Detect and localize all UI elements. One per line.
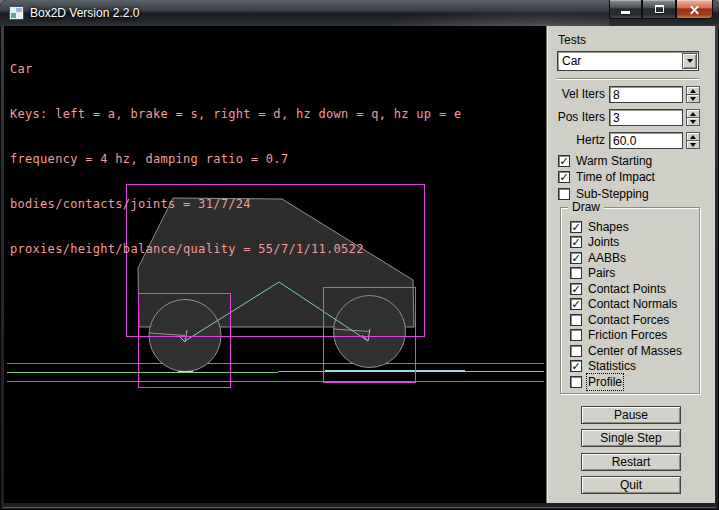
checkbox-box: [570, 376, 582, 388]
pos-iters-row: Pos Iters 3: [549, 109, 709, 126]
checkbox-box: ✓: [558, 155, 570, 167]
debug-text: Car Keys: left = a, brake = s, right = d…: [10, 32, 461, 287]
app-icon: [9, 6, 24, 20]
checkbox-box: [570, 314, 582, 326]
control-panel: Tests Car Vel Iters 8 Pos Iters 3: [546, 26, 715, 503]
vel-iters-row: Vel Iters 8: [549, 86, 709, 103]
pos-iters-input[interactable]: 3: [609, 109, 683, 126]
checkbox-contact-points[interactable]: ✓ Contact Points: [570, 282, 666, 296]
separator: [557, 78, 699, 80]
checkbox-friction-forces[interactable]: Friction Forces: [570, 328, 667, 342]
close-icon: [689, 4, 700, 15]
spinner-down-button[interactable]: [686, 95, 700, 103]
checkbox-box: ✓: [570, 236, 582, 248]
tests-dropdown-value: Car: [558, 54, 682, 68]
checkbox-box: ✓: [570, 360, 582, 372]
pause-button[interactable]: Pause: [581, 406, 681, 424]
checkbox-label: Contact Forces: [588, 313, 669, 327]
tests-label: Tests: [558, 33, 586, 47]
arrow-up-icon: [690, 89, 696, 93]
checkbox-box: ✓: [558, 171, 570, 183]
arrow-up-icon: [690, 135, 696, 139]
checkbox-label: AABBs: [588, 251, 626, 265]
arrow-down-icon: [690, 143, 696, 147]
window-title: Box2D Version 2.2.0: [30, 6, 139, 20]
vel-iters-input[interactable]: 8: [609, 86, 683, 103]
test-title: Car: [10, 62, 461, 77]
hertz-row: Hertz 60.0: [549, 132, 709, 149]
spinner-up-button[interactable]: [686, 86, 700, 95]
checkbox-box: [570, 345, 582, 357]
simulation-canvas[interactable]: Car Keys: left = a, brake = s, right = d…: [4, 26, 546, 503]
keys-help-line: Keys: left = a, brake = s, right = d, hz…: [10, 107, 461, 122]
hertz-spinner[interactable]: [686, 132, 700, 149]
checkbox-time-of-impact[interactable]: ✓ Time of Impact: [558, 170, 655, 184]
single-step-button[interactable]: Single Step: [581, 429, 681, 447]
checkbox-label: Sub-Stepping: [576, 187, 649, 201]
hertz-input[interactable]: 60.0: [609, 132, 683, 149]
checkbox-contact-forces[interactable]: Contact Forces: [570, 313, 669, 327]
pos-iters-spinner[interactable]: [686, 109, 700, 126]
checkbox-label: Contact Normals: [588, 297, 677, 311]
checkbox-label: Contact Points: [588, 282, 666, 296]
checkbox-box: ✓: [570, 252, 582, 264]
checkbox-box: [570, 329, 582, 341]
spinner-up-button[interactable]: [686, 132, 700, 141]
restart-button[interactable]: Restart: [581, 453, 681, 471]
checkbox-box: [558, 188, 570, 200]
checkbox-label: Statistics: [588, 359, 636, 373]
arrow-up-icon: [690, 112, 696, 116]
frequency-line: frequency = 4 hz, damping ratio = 0.7: [10, 152, 461, 167]
caption-buttons: [609, 0, 713, 19]
checkbox-sub-stepping[interactable]: Sub-Stepping: [558, 187, 649, 201]
chevron-down-icon: [687, 59, 693, 63]
checkbox-statistics[interactable]: ✓ Statistics: [570, 359, 636, 373]
checkbox-profile[interactable]: Profile: [570, 375, 622, 389]
spinner-down-button[interactable]: [686, 118, 700, 126]
vel-iters-spinner[interactable]: [686, 86, 700, 103]
arrow-down-icon: [690, 97, 696, 101]
client-area: Car Keys: left = a, brake = s, right = d…: [4, 26, 715, 503]
checkbox-label: Warm Starting: [576, 154, 652, 168]
spinner-up-button[interactable]: [686, 109, 700, 118]
checkbox-shapes[interactable]: ✓ Shapes: [570, 220, 629, 234]
checkbox-joints[interactable]: ✓ Joints: [570, 235, 619, 249]
checkbox-contact-normals[interactable]: ✓ Contact Normals: [570, 297, 677, 311]
app-window: Box2D Version 2.2.0: [0, 0, 719, 510]
checkbox-box: [570, 267, 582, 279]
checkbox-label: Time of Impact: [576, 170, 655, 184]
checkbox-aabbs[interactable]: ✓ AABBs: [570, 251, 626, 265]
proxies-line: proxies/height/balance/quality = 55/7/1/…: [10, 242, 461, 257]
checkbox-label: Friction Forces: [588, 328, 667, 342]
tests-dropdown[interactable]: Car: [557, 51, 699, 71]
checkbox-box: ✓: [570, 221, 582, 233]
checkbox-pairs[interactable]: Pairs: [570, 266, 615, 280]
checkbox-center-of-masses[interactable]: Center of Masses: [570, 344, 682, 358]
maximize-button[interactable]: [642, 0, 676, 19]
pos-iters-label: Pos Iters: [549, 109, 609, 126]
titlebar[interactable]: Box2D Version 2.2.0: [0, 0, 719, 26]
checkbox-warm-starting[interactable]: ✓ Warm Starting: [558, 154, 652, 168]
draw-group-label: Draw: [568, 200, 604, 214]
checkbox-label: Pairs: [588, 266, 615, 280]
hertz-label: Hertz: [549, 132, 609, 149]
spinner-down-button[interactable]: [686, 141, 700, 149]
checkbox-label: Profile: [588, 375, 622, 389]
maximize-icon: [655, 5, 664, 13]
checkbox-box: ✓: [570, 283, 582, 295]
checkbox-label: Joints: [588, 235, 619, 249]
minimize-button[interactable]: [609, 0, 642, 19]
minimize-icon: [621, 11, 630, 14]
checkbox-box: ✓: [570, 298, 582, 310]
checkbox-label: Center of Masses: [588, 344, 682, 358]
tests-dropdown-button[interactable]: [682, 53, 697, 69]
close-button[interactable]: [676, 0, 713, 19]
arrow-down-icon: [690, 120, 696, 124]
quit-button[interactable]: Quit: [581, 476, 681, 494]
vel-iters-label: Vel Iters: [549, 86, 609, 103]
stats-line: bodies/contacts/joints = 31/7/24: [10, 197, 461, 212]
checkbox-label: Shapes: [588, 220, 629, 234]
